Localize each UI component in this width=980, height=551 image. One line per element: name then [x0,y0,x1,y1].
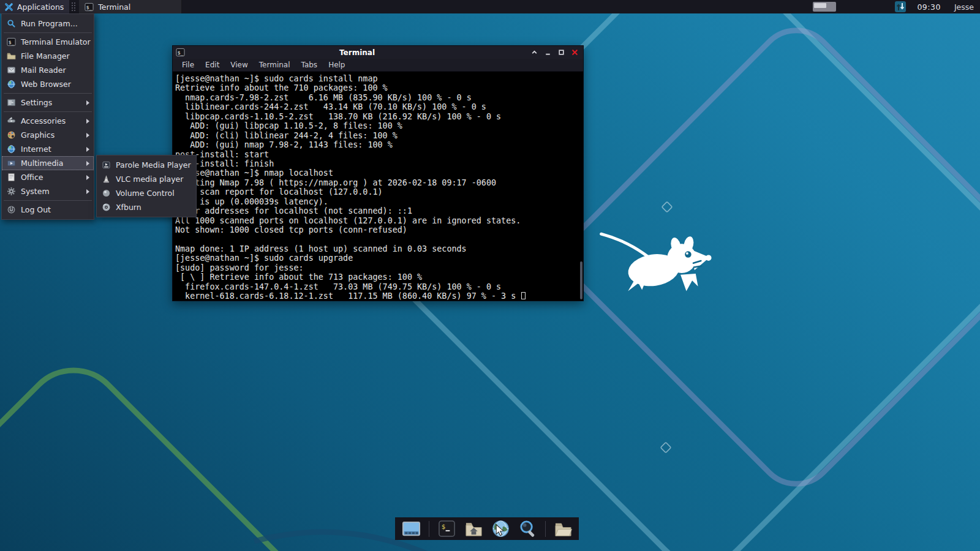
taskbar-item-label: Terminal [98,2,130,12]
terminal-output[interactable]: [jesse@nathan ~]$ sudo cards install nma… [173,72,583,301]
terminal-line: liblinear.cards-244-2.zst 43.14 KB (70.1… [175,102,583,111]
menu-item-run-program[interactable]: Run Program... [2,17,94,31]
xfce-logo-icon [4,2,13,12]
menu-item-label: Parole Media Player [116,160,191,170]
svg-text:$_: $_ [86,4,92,10]
terminal-dock-icon[interactable]: $ [437,519,456,538]
terminal-line [175,234,583,244]
menu-item-internet[interactable]: Internet [2,142,94,156]
applications-label: Applications [17,2,64,12]
menu-item-label: Multimedia [21,159,64,168]
menu-item-terminal-emulator[interactable]: $_Terminal Emulator [2,35,94,49]
svg-text:$_: $_ [177,50,183,56]
terminal-line: [jesse@nathan ~]$ sudo cards upgrade [175,253,583,263]
menu-item-accessories[interactable]: Accessories [2,114,94,128]
graphics-icon [6,130,16,140]
mouse-pointer-icon [495,524,505,536]
submenu-arrow-icon [86,161,89,166]
terminal-line: [sudo] password for jesse: [175,263,583,272]
menu-item-label: Terminal Emulator [21,37,91,47]
window-title: Terminal [189,48,526,57]
menu-item-settings[interactable]: Settings [2,96,94,110]
dock-separator [545,521,546,537]
magnifier-dock-icon[interactable] [518,519,537,538]
submenu-item-xfburn[interactable]: Xfburn [97,200,196,214]
close-button[interactable] [570,48,579,58]
menu-item-system[interactable]: System [2,184,94,198]
terminal-menubar: FileEditViewTerminalTabsHelp [173,59,583,72]
globe-icon [6,144,16,154]
parole-icon [101,160,111,170]
terminal-menu-help[interactable]: Help [323,61,350,69]
terminal-line: Not shown: 1000 closed tcp ports (conn-r… [175,225,583,234]
workspace-thumbnail [814,3,826,8]
terminal-menu-tabs[interactable]: Tabs [296,61,323,69]
maximize-button[interactable] [556,48,566,58]
menu-item-label: Internet [21,144,51,154]
terminal-menu-edit[interactable]: Edit [200,61,225,69]
globe-icon [6,80,16,89]
terminal-line: firefox.cards-147.0.4-1.zst 73.03 MB (74… [175,282,583,291]
menu-item-file-manager[interactable]: File Manager [2,49,94,63]
terminal-menu-view[interactable]: View [225,61,253,69]
menu-item-graphics[interactable]: Graphics [2,128,94,142]
submenu-item-vlc-media-player[interactable]: VLC media player [97,172,196,186]
terminal-titlebar[interactable]: $_ Terminal [173,46,583,59]
menu-item-label: Run Program... [21,19,78,28]
panel-clock[interactable]: 09:30 [917,2,941,12]
applications-menu-button[interactable]: Applications [0,0,69,13]
xfburn-icon [101,203,111,212]
taskbar-item-terminal[interactable]: $_ Terminal [79,0,182,13]
terminal-line: Retrieve info about the 710 packages: 10… [175,83,583,92]
terminal-menu-file[interactable]: File [176,61,200,69]
terminal-line: ADD: (gui) nmap 7.98-2, 1143 files: 100 … [175,140,583,149]
terminal-line: [ \ ] Retrieve info about the 713 packag… [175,272,583,282]
folder-icon [6,51,16,61]
menu-separator [4,93,92,94]
folder-dock-icon[interactable] [554,519,573,538]
menu-item-label: System [21,187,50,196]
multimedia-icon [6,159,16,168]
workspace-pager[interactable] [813,2,836,12]
keyboard-window-icon[interactable] [402,519,421,538]
menu-separator [4,32,92,33]
svg-text:$: $ [441,523,445,531]
submenu-item-parole-media-player[interactable]: Parole Media Player [97,158,196,172]
panel-tray-area: 09:30 Jesse [813,1,980,12]
menu-item-label: File Manager [21,51,70,61]
submenu-arrow-icon [86,133,89,138]
submenu-item-volume-control[interactable]: Volume Control [97,186,196,200]
minimize-button[interactable] [543,48,552,58]
menu-item-label: Office [21,173,43,182]
terminal-scrollbar[interactable] [580,261,582,299]
transfer-arrows-icon[interactable] [895,1,906,12]
terminal-menu-terminal[interactable]: Terminal [254,61,296,69]
terminal-line: Other addresses for localhost (not scann… [175,206,583,216]
submenu-arrow-icon [86,100,89,105]
run-program-icon [6,19,16,29]
terminal-line: ADD: (cli) liblinear 244-2, 4 files: 100… [175,131,583,140]
panel-grip-handle[interactable] [70,2,77,11]
dock-separator [429,521,429,537]
submenu-arrow-icon [86,175,89,180]
shade-button[interactable] [529,48,539,58]
home-folder-icon[interactable] [464,519,483,538]
menu-separator [4,111,92,112]
menu-item-label: Web Browser [21,80,71,89]
menu-item-label: Graphics [21,130,55,140]
menu-item-label: Mail Reader [21,66,66,75]
menu-item-log-out[interactable]: Log Out [2,203,94,217]
menu-item-office[interactable]: Office [2,170,94,184]
terminal-line: All 1000 scanned ports on localhost (127… [175,216,583,225]
submenu-arrow-icon [86,189,89,194]
terminal-window: $_ Terminal FileEditViewTerminalTabsHelp… [172,45,584,301]
menu-item-multimedia[interactable]: Multimedia [2,156,94,170]
terminal-line: post-install: start [175,150,583,159]
menu-item-web-browser[interactable]: Web Browser [2,77,94,91]
terminal-line: libpcap.cards-1.10.5-2.zst 138.70 KB (21… [175,112,583,121]
logout-icon [6,205,16,215]
menu-separator [4,200,92,201]
terminal-cursor [521,292,526,299]
menu-item-mail-reader[interactable]: Mail Reader [2,63,94,77]
terminal-line: [jesse@nathan ~]$ sudo cards install nma… [175,74,583,83]
